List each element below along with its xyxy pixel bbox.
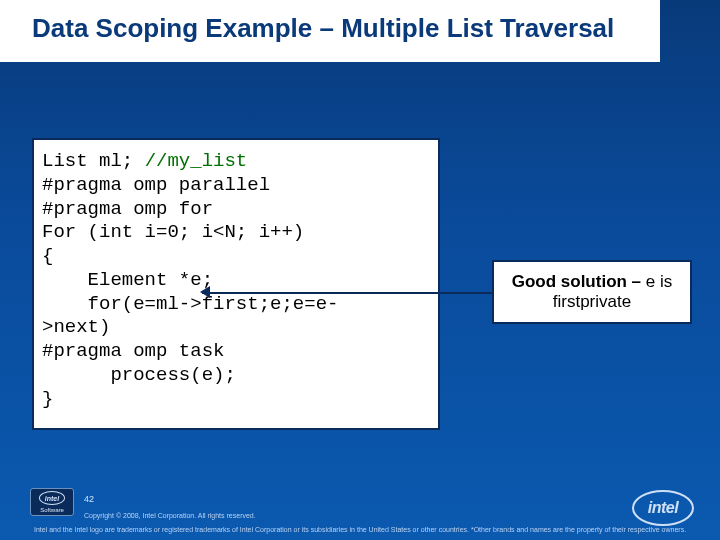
callout-bold: Good solution –	[512, 272, 641, 291]
software-badge: intel Software	[30, 488, 74, 516]
code-line-1b: //my_list	[145, 150, 248, 172]
software-badge-label: Software	[40, 507, 64, 513]
title-block: Data Scoping Example – Multiple List Tra…	[0, 0, 660, 62]
code-line-9: #pragma omp task	[42, 340, 224, 362]
code-line-2: #pragma omp parallel	[42, 174, 270, 196]
callout-box: Good solution – e is firstprivate	[492, 260, 692, 324]
code-line-1a: List ml;	[42, 150, 145, 172]
callout-text: Good solution – e is firstprivate	[500, 272, 684, 313]
legal-text: Intel and the Intel logo are trademarks …	[34, 525, 700, 534]
code-line-7: for(e=ml->first;e;e=e-	[42, 293, 338, 315]
code-line-3: #pragma omp for	[42, 198, 213, 220]
code-line-8: >next)	[42, 316, 110, 338]
code-line-5: {	[42, 245, 53, 267]
code-box: List ml; //my_list #pragma omp parallel …	[32, 138, 440, 430]
code-line-6: Element *e;	[42, 269, 213, 291]
callout-connector-line	[202, 292, 492, 294]
code-line-4: For (int i=0; i<N; i++)	[42, 221, 304, 243]
copyright-text: Copyright © 2008, Intel Corporation. All…	[84, 511, 256, 520]
slide: Data Scoping Example – Multiple List Tra…	[0, 0, 720, 540]
page-number: 42	[84, 494, 94, 506]
intel-mini-logo-icon: intel	[39, 491, 65, 505]
intel-logo-icon: intel	[632, 490, 694, 526]
intel-logo: intel	[632, 490, 694, 526]
code-line-11: }	[42, 388, 53, 410]
footer: intel Software 42 Copyright © 2008, Inte…	[0, 484, 720, 540]
code-line-10: process(e);	[42, 364, 236, 386]
callout-arrowhead-icon	[200, 286, 210, 298]
slide-title: Data Scoping Example – Multiple List Tra…	[32, 14, 636, 44]
